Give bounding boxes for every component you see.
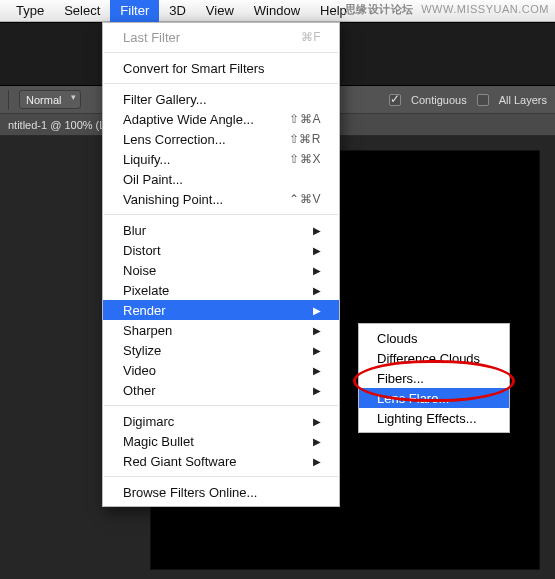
menu-render[interactable]: Render▶ [103,300,339,320]
chevron-right-icon: ▶ [313,365,321,376]
submenu-lens-flare[interactable]: Lens Flare... [359,388,509,408]
menubar-item-window[interactable]: Window [244,0,310,22]
chevron-right-icon: ▶ [313,345,321,356]
all-layers-checkbox[interactable] [477,94,489,106]
all-layers-label: All Layers [499,94,547,106]
menu-oil-paint[interactable]: Oil Paint... [103,169,339,189]
submenu-lighting-effects[interactable]: Lighting Effects... [359,408,509,428]
watermark-cn: 思缘设计论坛 [345,3,414,15]
menubar-item-select[interactable]: Select [54,0,110,22]
chevron-right-icon: ▶ [313,325,321,336]
menu-filter-gallery[interactable]: Filter Gallery... [103,89,339,109]
document-tab-label: ntitled-1 @ 100% (La [8,119,112,131]
chevron-right-icon: ▶ [313,416,321,427]
contiguous-checkbox[interactable] [389,94,401,106]
menubar-item-3d[interactable]: 3D [159,0,196,22]
filter-menu: Last Filter ⌘F Convert for Smart Filters… [102,22,340,507]
submenu-fibers[interactable]: Fibers... [359,368,509,388]
menu-red-giant[interactable]: Red Giant Software▶ [103,451,339,471]
contiguous-label: Contiguous [411,94,467,106]
menu-liquify[interactable]: Liquify...⇧⌘X [103,149,339,169]
menubar-item-view[interactable]: View [196,0,244,22]
chevron-right-icon: ▶ [313,245,321,256]
chevron-right-icon: ▶ [313,285,321,296]
menu-video[interactable]: Video▶ [103,360,339,380]
menu-pixelate[interactable]: Pixelate▶ [103,280,339,300]
menu-distort[interactable]: Distort▶ [103,240,339,260]
menu-magic-bullet[interactable]: Magic Bullet▶ [103,431,339,451]
chevron-right-icon: ▶ [313,436,321,447]
watermark-en: WWW.MISSYUAN.COM [421,3,549,15]
menu-last-filter: Last Filter ⌘F [103,27,339,47]
chevron-right-icon: ▶ [313,385,321,396]
menubar: Type Select Filter 3D View Window Help 思… [0,0,555,22]
mode-select-wrap[interactable]: Normal [19,90,81,109]
chevron-right-icon: ▶ [313,225,321,236]
render-submenu: Clouds Difference Clouds Fibers... Lens … [358,323,510,433]
chevron-right-icon: ▶ [313,265,321,276]
chevron-right-icon: ▶ [313,305,321,316]
menubar-item-type[interactable]: Type [6,0,54,22]
menu-digimarc[interactable]: Digimarc▶ [103,411,339,431]
menu-noise[interactable]: Noise▶ [103,260,339,280]
submenu-difference-clouds[interactable]: Difference Clouds [359,348,509,368]
mode-select[interactable]: Normal [19,90,81,109]
menu-stylize[interactable]: Stylize▶ [103,340,339,360]
menu-other[interactable]: Other▶ [103,380,339,400]
chevron-right-icon: ▶ [313,456,321,467]
menu-lens-correction[interactable]: Lens Correction...⇧⌘R [103,129,339,149]
menu-adaptive-wide-angle[interactable]: Adaptive Wide Angle...⇧⌘A [103,109,339,129]
menubar-item-filter[interactable]: Filter [110,0,159,22]
menu-sharpen[interactable]: Sharpen▶ [103,320,339,340]
menu-browse-filters-online[interactable]: Browse Filters Online... [103,482,339,502]
watermark: 思缘设计论坛 WWW.MISSYUAN.COM [345,2,549,17]
menu-blur[interactable]: Blur▶ [103,220,339,240]
menu-convert-smart-filters[interactable]: Convert for Smart Filters [103,58,339,78]
menu-vanishing-point[interactable]: Vanishing Point...⌃⌘V [103,189,339,209]
submenu-clouds[interactable]: Clouds [359,328,509,348]
